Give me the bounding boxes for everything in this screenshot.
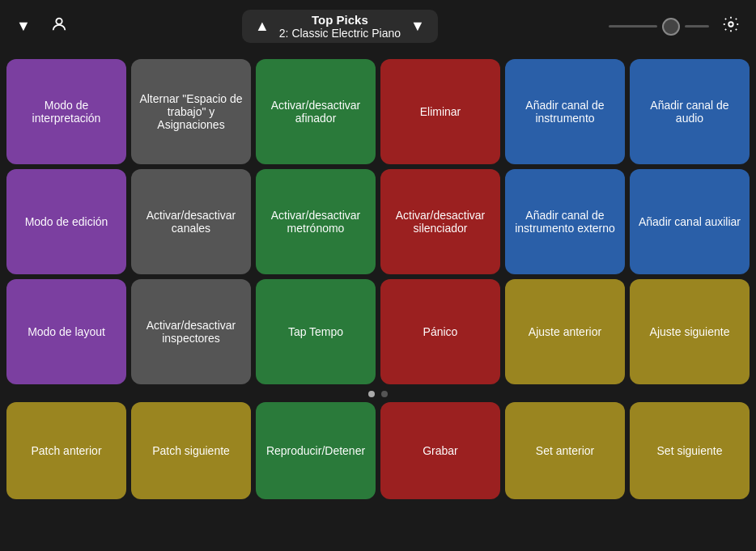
slider-area: [609, 18, 709, 36]
slider-line-right: [685, 25, 709, 28]
tile-añadir-auxiliar[interactable]: Añadir canal auxiliar: [630, 169, 750, 274]
tile-modo-edicion[interactable]: Modo de edición: [6, 169, 126, 274]
dot-2[interactable]: [381, 391, 388, 397]
person-icon-button[interactable]: [47, 12, 71, 40]
chevron-down-button[interactable]: ▼: [407, 15, 428, 38]
tile-ajuste-anterior[interactable]: Ajuste anterior: [505, 279, 625, 384]
gear-button[interactable]: [719, 12, 743, 40]
main-grid: Modo de interpretación Alternar "Espacio…: [0, 53, 756, 384]
tile-panico[interactable]: Pánico: [380, 279, 500, 384]
tile-activar-inspectores[interactable]: Activar/desactivar inspectores: [131, 279, 251, 384]
tile-añadir-instrumento[interactable]: Añadir canal de instrumento: [505, 59, 625, 164]
bottom-bar: Patch anterior Patch siguiente Reproduci…: [0, 402, 756, 506]
tile-patch-siguiente[interactable]: Patch siguiente: [131, 402, 251, 499]
tile-tap-tempo[interactable]: Tap Tempo: [256, 279, 376, 384]
svg-point-0: [56, 19, 62, 24]
tile-alternar-espacio[interactable]: Alternar "Espacio de trabajo" y Asignaci…: [131, 59, 251, 164]
tile-añadir-audio[interactable]: Añadir canal de audio: [630, 59, 750, 164]
tile-activar-afinador[interactable]: Activar/desactivar afinador: [256, 59, 376, 164]
slider-line-left: [609, 25, 657, 28]
tile-eliminar[interactable]: Eliminar: [380, 59, 500, 164]
gear-icon: [722, 15, 740, 33]
tile-set-siguiente[interactable]: Set siguiente: [630, 402, 750, 499]
tile-activar-metronomo[interactable]: Activar/desactivar metrónomo: [256, 169, 376, 274]
dot-1[interactable]: [368, 391, 375, 397]
tile-patch-anterior[interactable]: Patch anterior: [6, 402, 126, 499]
tile-modo-layout[interactable]: Modo de layout: [6, 279, 126, 384]
chevron-up-button[interactable]: ▲: [252, 15, 273, 38]
tile-set-anterior[interactable]: Set anterior: [505, 402, 625, 499]
header-left: ▼: [13, 12, 71, 40]
tile-grabar[interactable]: Grabar: [380, 402, 500, 499]
header-right: [609, 12, 743, 40]
tile-modo-interpretacion[interactable]: Modo de interpretación: [6, 59, 126, 164]
main-title: Top Picks: [279, 13, 401, 27]
title-block: Top Picks 2: Classic Electric Piano: [279, 13, 401, 40]
tile-añadir-instrumento-externo[interactable]: Añadir canal de instrumento externo: [505, 169, 625, 274]
page-dots: [0, 384, 756, 402]
sub-title: 2: Classic Electric Piano: [279, 27, 401, 40]
svg-point-1: [728, 22, 733, 27]
person-icon: [50, 15, 68, 33]
dropdown-button[interactable]: ▼: [13, 15, 34, 38]
slider-knob[interactable]: [662, 18, 680, 36]
header: ▼ ▲ Top Picks 2: Classic Electric Piano …: [0, 0, 756, 53]
tile-activar-canales[interactable]: Activar/desactivar canales: [131, 169, 251, 274]
tile-activar-silenciador[interactable]: Activar/desactivar silenciador: [380, 169, 500, 274]
tile-reproducir-detener[interactable]: Reproducir/Detener: [256, 402, 376, 499]
tile-ajuste-siguiente[interactable]: Ajuste siguiente: [630, 279, 750, 384]
header-center: ▲ Top Picks 2: Classic Electric Piano ▼: [242, 10, 438, 43]
